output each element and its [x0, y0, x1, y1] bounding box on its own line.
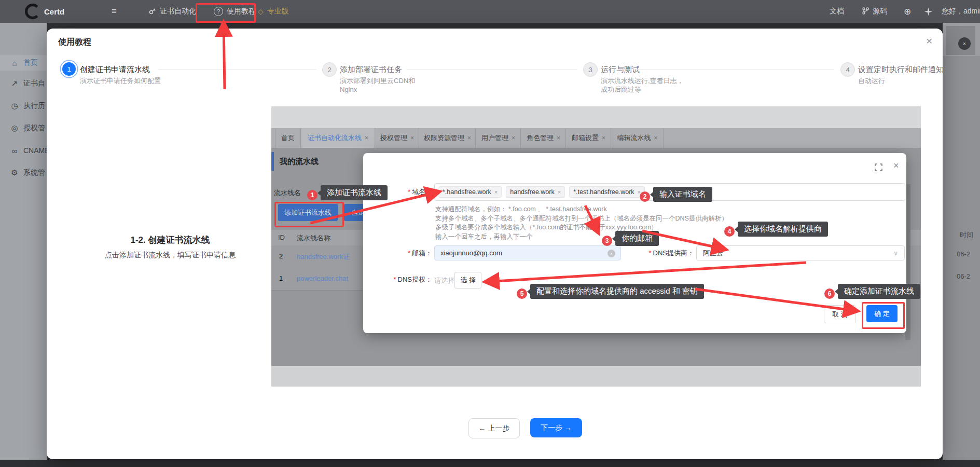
- annotation-badge-6: 6: [824, 289, 835, 299]
- next-step-button[interactable]: 下一步 →: [530, 418, 582, 437]
- domain-help-text: 支持通配符域名，例如： *.foo.com 、 *.test.handsfree…: [435, 205, 728, 241]
- step-3-title: 运行与测试: [601, 65, 640, 75]
- menu-fold-icon[interactable]: ≡: [112, 0, 117, 23]
- tab-close-icon: ×: [467, 134, 471, 142]
- annotation-tip-5: 配置和选择你的域名提供商的 accessid 和 密钥: [530, 284, 704, 299]
- certd-logo-icon: [25, 4, 40, 19]
- sidebar-item-cert-automation[interactable]: ↗ 证书自: [0, 76, 47, 91]
- tag-remove-icon[interactable]: ×: [558, 189, 561, 195]
- annotation-tip-6: 确定添加证书流水线: [838, 284, 920, 299]
- dialog-close-icon[interactable]: ×: [893, 160, 899, 171]
- step-2-desc: 演示部署到阿里云CDN和Nginx: [340, 76, 429, 94]
- annotation-tip-2: 输入证书域名: [653, 187, 712, 202]
- tab-close-icon: ×: [557, 134, 560, 142]
- sidebar-item-authorization[interactable]: ◎ 授权管: [0, 120, 47, 136]
- language-globe-icon[interactable]: ⊕: [904, 0, 911, 23]
- choose-dns-auth-button[interactable]: 选 择: [454, 272, 481, 289]
- step-2-title: 添加部署证书任务: [340, 65, 402, 75]
- nav-pro-label: 专业版: [267, 7, 289, 16]
- screenshot-tabbar: 首页 证书自动化流水线× 授权管理× 权限资源管理× 用户管理× 角色管理× 邮…: [271, 128, 921, 148]
- dns-auth-placeholder: 请选择: [434, 276, 454, 285]
- app-header: Certd ≡ 证书自动化 ? 使用教程 ◇ 专业版 文档 源码 ⊕ 您好，ad…: [0, 0, 980, 23]
- pipeline-name-filter-label: 流水线名: [274, 188, 301, 198]
- modal-title: 使用教程: [58, 37, 91, 48]
- step-3-desc: 演示流水线运行,查看日志，成功后跳过等: [601, 76, 690, 94]
- annotation-badge-4: 4: [724, 226, 735, 237]
- nav-pro[interactable]: ◇ 专业版: [258, 0, 289, 23]
- sidebar-item-system[interactable]: ⚙ 系统管: [0, 165, 47, 181]
- clock-icon: ◷: [10, 101, 19, 111]
- sidebar-item-cname[interactable]: ∞ CNAME: [0, 143, 47, 158]
- nav-source[interactable]: 源码: [862, 0, 887, 23]
- tab-close-icon: ×: [512, 134, 515, 142]
- screenshot-header-band: [271, 106, 921, 128]
- annotation-badge-2: 2: [640, 191, 650, 202]
- highlight-box-confirm-button: [862, 302, 905, 329]
- nav-docs[interactable]: 文档: [830, 0, 844, 23]
- user-greeting[interactable]: 您好，admin: [942, 0, 980, 23]
- background-time-value: 06-2: [957, 250, 970, 258]
- source-label: 源码: [873, 7, 887, 16]
- domain-tag[interactable]: *.handsfree.work×: [438, 186, 502, 198]
- step-4-indicator: 4: [840, 62, 855, 77]
- tab-auth: 授权管理×: [376, 128, 419, 148]
- annotation-badge-3: 3: [602, 236, 612, 246]
- pipeline-link[interactable]: powerleader.chat: [297, 274, 348, 282]
- prev-step-button[interactable]: ← 上一步: [468, 418, 520, 438]
- panel-title: 我的流水线: [280, 157, 319, 167]
- annotation-badge-1: 1: [307, 190, 318, 200]
- dns-provider-select[interactable]: 阿里云 ∨: [696, 245, 905, 260]
- annotation-badge-5: 5: [517, 289, 527, 299]
- pipeline-link[interactable]: handsfree.work证: [297, 252, 350, 262]
- annotation-tip-4: 选择你域名解析提供商: [738, 222, 828, 237]
- section-heading: 1-2. 创建证书流水线: [77, 234, 264, 246]
- tab-close-icon: ×: [602, 134, 605, 142]
- step-1-title: 创建证书申请流水线: [80, 65, 150, 75]
- background-tab-actions: ×: [946, 26, 975, 55]
- sparkles-icon[interactable]: [924, 0, 932, 23]
- target-icon: ◎: [10, 123, 19, 133]
- step-4-desc: 自动运行: [858, 76, 947, 85]
- domain-tag[interactable]: *.test.handsfree.work×: [569, 186, 645, 198]
- cancel-button[interactable]: 取 消: [824, 305, 856, 323]
- sidebar-item-home[interactable]: ⌂ 首页: [0, 55, 47, 71]
- git-branch-icon: [862, 7, 869, 16]
- step-3-indicator: 3: [583, 62, 598, 77]
- close-circle-icon: ×: [958, 37, 971, 50]
- annotation-tip-3: 你的邮箱: [615, 231, 659, 246]
- tab-email: 邮箱设置×: [567, 128, 611, 148]
- step-1-desc: 演示证书申请任务如何配置: [80, 76, 169, 85]
- background-app-right-edge: × 时间 06-2 06-2: [943, 23, 980, 460]
- sidebar-item-history[interactable]: ◷ 执行历: [0, 98, 47, 114]
- domain-tag[interactable]: handsfree.work×: [506, 186, 565, 198]
- docs-label: 文档: [830, 7, 844, 16]
- tab-cert-pipeline: 证书自动化流水线×: [301, 128, 375, 148]
- nav-cert-label: 证书自动化: [160, 7, 196, 16]
- dns-provider-label: *DNS提供商：: [627, 249, 694, 258]
- highlight-box-add-button: [274, 202, 344, 227]
- tab-roles: 角色管理×: [521, 128, 566, 148]
- tab-users: 用户管理×: [476, 128, 521, 148]
- modal-close-icon[interactable]: ×: [926, 35, 932, 47]
- clear-input-icon[interactable]: ×: [608, 250, 615, 257]
- brand-name: Certd: [44, 7, 64, 16]
- tag-remove-icon[interactable]: ×: [494, 189, 498, 195]
- key-icon: [149, 7, 156, 16]
- home-icon: ⌂: [10, 59, 19, 67]
- step-1-indicator: 1: [62, 62, 76, 76]
- tab-close-icon: ×: [410, 134, 414, 142]
- gear-icon: ⚙: [10, 168, 19, 177]
- email-field[interactable]: xiaojunnuo@qq.com: [434, 245, 621, 260]
- tab-edit-pipeline: 编辑流水线×: [612, 128, 664, 148]
- tab-close-icon: ×: [365, 134, 368, 142]
- brand[interactable]: Certd: [25, 0, 64, 23]
- tab-close-icon: ×: [654, 134, 657, 142]
- nav-cert-automation[interactable]: 证书自动化: [149, 0, 196, 23]
- fullscreen-icon[interactable]: [875, 163, 882, 171]
- chart-icon: ↗: [10, 79, 19, 88]
- diamond-icon: ◇: [258, 7, 264, 16]
- step-2-indicator: 2: [322, 62, 337, 77]
- dns-auth-label: *DNS授权：: [365, 275, 432, 284]
- tab-permission: 权限资源管理×: [420, 128, 476, 148]
- sidebar-nav: ⌂ 首页 ↗ 证书自 ◷ 执行历 ◎ 授权管 ∞ CNAME ⚙ 系统管: [0, 23, 47, 460]
